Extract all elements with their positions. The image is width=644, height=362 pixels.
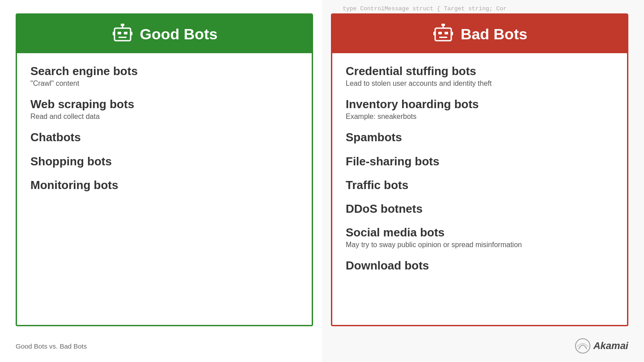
- svg-rect-10: [445, 32, 448, 34]
- bot-name: Download bots: [346, 259, 614, 273]
- bot-name: Inventory hoarding bots: [346, 97, 614, 111]
- bot-desc: Lead to stolen user accounts and identit…: [346, 80, 614, 88]
- list-item: Search engine bots "Crawl" content: [30, 64, 298, 88]
- svg-rect-11: [439, 37, 447, 38]
- list-item: Shopping bots: [30, 155, 298, 168]
- svg-rect-0: [114, 28, 131, 41]
- good-bots-title: Good Bots: [140, 25, 218, 43]
- list-item: Traffic bots: [346, 178, 614, 192]
- list-item: Spambots: [346, 130, 614, 144]
- akamai-logo-icon: [575, 338, 591, 354]
- svg-rect-5: [121, 24, 124, 26]
- footer-label: Good Bots vs. Bad Bots: [16, 342, 87, 350]
- bad-bots-title: Bad Bots: [461, 25, 527, 43]
- svg-rect-13: [441, 24, 445, 26]
- bot-desc: Example: sneakerbots: [346, 113, 614, 121]
- good-bots-body: Search engine bots "Crawl" content Web s…: [17, 53, 312, 203]
- list-item: Credential stuffing bots Lead to stolen …: [346, 64, 614, 88]
- bot-name: File-sharing bots: [346, 155, 614, 168]
- svg-rect-14: [433, 32, 435, 35]
- main-container: Good Bots Search engine bots "Crawl" con…: [0, 0, 644, 340]
- list-item: Monitoring bots: [30, 178, 298, 192]
- svg-rect-3: [119, 37, 127, 38]
- svg-rect-8: [435, 28, 451, 41]
- bot-desc: Read and collect data: [30, 113, 298, 121]
- bot-desc: May try to sway public opinion or spread…: [346, 241, 614, 249]
- bad-bots-card: Bad Bots Credential stuffing bots Lead t…: [331, 13, 628, 326]
- list-item: Social media bots May try to sway public…: [346, 226, 614, 249]
- good-bots-header: Good Bots: [17, 15, 312, 53]
- bot-name: Monitoring bots: [30, 178, 298, 192]
- svg-rect-9: [438, 32, 442, 34]
- akamai-brand-text: Akamai: [593, 340, 628, 352]
- svg-rect-7: [131, 32, 132, 35]
- bot-name: Spambots: [346, 130, 614, 144]
- good-bots-card: Good Bots Search engine bots "Crawl" con…: [16, 13, 313, 326]
- bad-bots-body: Credential stuffing bots Lead to stolen …: [332, 53, 627, 284]
- footer: Good Bots vs. Bad Bots Akamai: [16, 338, 628, 354]
- list-item: DDoS botnets: [346, 202, 614, 216]
- list-item: Web scraping bots Read and collect data: [30, 97, 298, 121]
- svg-rect-1: [118, 32, 121, 34]
- list-item: Download bots: [346, 259, 614, 273]
- svg-rect-2: [124, 32, 127, 34]
- akamai-logo: Akamai: [575, 338, 628, 354]
- list-item: File-sharing bots: [346, 155, 614, 168]
- bad-bot-icon: [432, 23, 454, 45]
- bot-desc: "Crawl" content: [30, 80, 298, 88]
- bot-name: Credential stuffing bots: [346, 64, 614, 78]
- bot-name: DDoS botnets: [346, 202, 614, 216]
- good-bot-icon: [111, 23, 134, 45]
- bot-name: Chatbots: [30, 130, 298, 144]
- bot-name: Shopping bots: [30, 155, 298, 168]
- bot-name: Search engine bots: [30, 64, 298, 78]
- bot-name: Web scraping bots: [30, 97, 298, 111]
- svg-rect-15: [451, 32, 453, 35]
- list-item: Inventory hoarding bots Example: sneaker…: [346, 97, 614, 121]
- list-item: Chatbots: [30, 130, 298, 144]
- svg-rect-6: [113, 32, 114, 35]
- bot-name: Social media bots: [346, 226, 614, 240]
- bad-bots-header: Bad Bots: [332, 15, 627, 53]
- bot-name: Traffic bots: [346, 178, 614, 192]
